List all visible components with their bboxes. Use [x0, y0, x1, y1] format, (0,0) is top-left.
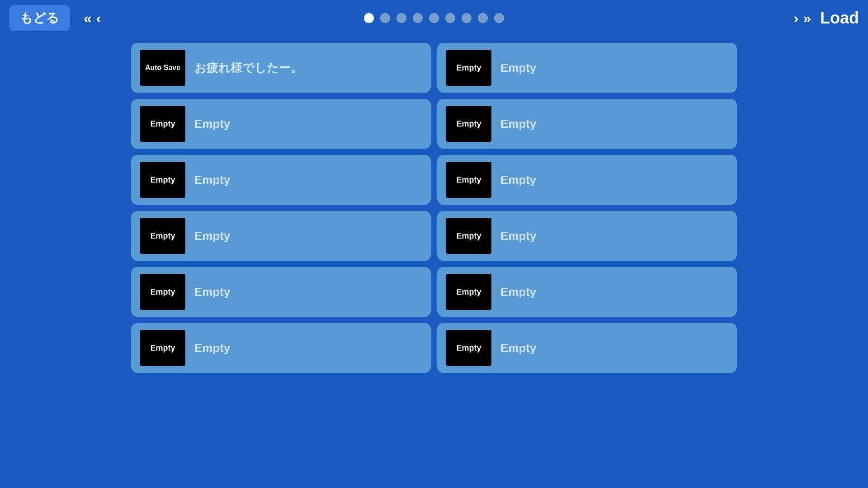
save-slots-grid: Auto Saveお疲れ様でしたー。EmptyEmptyEmptyEmptyEm…: [0, 38, 868, 377]
slot-title-8: Empty: [500, 229, 536, 243]
nav-right: › »: [794, 10, 811, 27]
first-page-button[interactable]: «: [84, 10, 92, 27]
slot-title-11: Empty: [194, 341, 230, 355]
slot-thumbnail-5: Empty: [140, 162, 185, 198]
save-slot-7[interactable]: EmptyEmpty: [131, 211, 431, 261]
slot-title-1: お疲れ様でしたー。: [194, 60, 302, 76]
slot-info-10: Empty: [500, 285, 536, 299]
slot-info-5: Empty: [194, 173, 230, 187]
pagination-dot-1[interactable]: [364, 13, 374, 23]
slot-title-10: Empty: [500, 285, 536, 299]
slot-title-6: Empty: [500, 173, 536, 187]
slot-thumbnail-9: Empty: [140, 274, 185, 310]
back-button[interactable]: もどる: [9, 5, 70, 31]
nav-left: « ‹: [84, 10, 101, 27]
save-slot-3[interactable]: EmptyEmpty: [131, 99, 431, 149]
pagination-dot-7[interactable]: [462, 13, 472, 23]
slot-info-6: Empty: [500, 173, 536, 187]
save-slot-11[interactable]: EmptyEmpty: [131, 323, 431, 373]
pagination-dot-9[interactable]: [494, 13, 504, 23]
prev-page-button[interactable]: ‹: [96, 10, 101, 27]
slot-info-2: Empty: [500, 61, 536, 75]
slot-thumbnail-7: Empty: [140, 218, 185, 254]
slot-title-2: Empty: [500, 61, 536, 75]
save-slot-6[interactable]: EmptyEmpty: [437, 155, 737, 205]
slot-info-9: Empty: [194, 285, 230, 299]
slot-thumbnail-2: Empty: [446, 50, 491, 86]
save-slot-1[interactable]: Auto Saveお疲れ様でしたー。: [131, 43, 431, 93]
slot-thumbnail-3: Empty: [140, 106, 185, 142]
slot-thumbnail-6: Empty: [446, 162, 491, 198]
pagination-dots: [364, 13, 504, 23]
slot-info-11: Empty: [194, 341, 230, 355]
pagination-dot-6[interactable]: [445, 13, 455, 23]
slot-thumbnail-10: Empty: [446, 274, 491, 310]
slot-info-8: Empty: [500, 229, 536, 243]
save-slot-5[interactable]: EmptyEmpty: [131, 155, 431, 205]
slot-title-5: Empty: [194, 173, 230, 187]
save-slot-2[interactable]: EmptyEmpty: [437, 43, 737, 93]
header: もどる « ‹ › » Load: [0, 0, 868, 36]
next-page-button[interactable]: ›: [794, 10, 799, 27]
load-label: Load: [820, 9, 859, 28]
slot-info-12: Empty: [500, 341, 536, 355]
pagination-dot-4[interactable]: [413, 13, 423, 23]
pagination-dot-5[interactable]: [429, 13, 439, 23]
pagination-dot-8[interactable]: [478, 13, 488, 23]
save-slot-12[interactable]: EmptyEmpty: [437, 323, 737, 373]
pagination-dot-3[interactable]: [396, 13, 406, 23]
slot-info-4: Empty: [500, 117, 536, 131]
save-slot-8[interactable]: EmptyEmpty: [437, 211, 737, 261]
save-slot-10[interactable]: EmptyEmpty: [437, 267, 737, 317]
slot-thumbnail-4: Empty: [446, 106, 491, 142]
slot-title-9: Empty: [194, 285, 230, 299]
slot-title-3: Empty: [194, 117, 230, 131]
slot-thumbnail-1: Auto Save: [140, 50, 185, 86]
slot-title-4: Empty: [500, 117, 536, 131]
slot-thumbnail-12: Empty: [446, 330, 491, 366]
slot-title-12: Empty: [500, 341, 536, 355]
slot-title-7: Empty: [194, 229, 230, 243]
slot-thumbnail-11: Empty: [140, 330, 185, 366]
slot-info-1: お疲れ様でしたー。: [194, 60, 302, 76]
slot-info-3: Empty: [194, 117, 230, 131]
pagination-dot-2[interactable]: [380, 13, 390, 23]
last-page-button[interactable]: »: [803, 10, 811, 27]
save-slot-4[interactable]: EmptyEmpty: [437, 99, 737, 149]
slot-info-7: Empty: [194, 229, 230, 243]
save-slot-9[interactable]: EmptyEmpty: [131, 267, 431, 317]
slot-thumbnail-8: Empty: [446, 218, 491, 254]
